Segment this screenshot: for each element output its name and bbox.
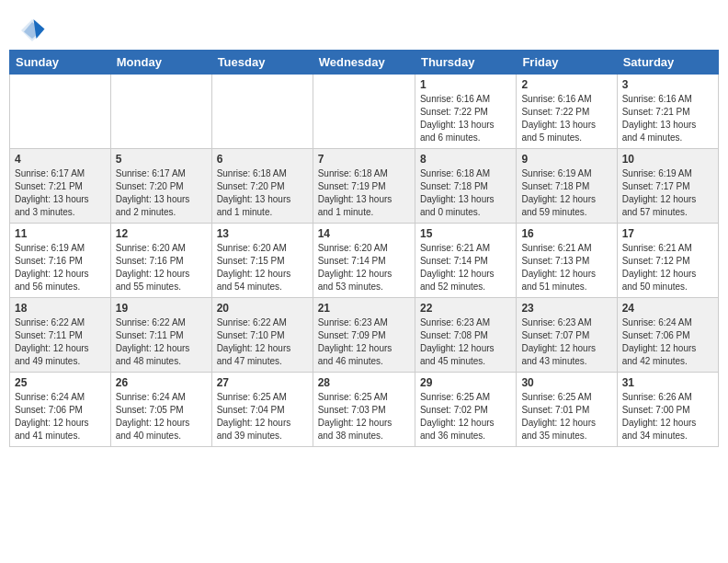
calendar-day-cell: 15Sunrise: 6:21 AMSunset: 7:14 PMDayligh… xyxy=(415,224,516,298)
day-number: 24 xyxy=(622,302,713,315)
calendar-week-row: 1Sunrise: 6:16 AMSunset: 7:22 PMDaylight… xyxy=(10,75,719,149)
day-info: Sunrise: 6:25 AMSunset: 7:01 PMDaylight:… xyxy=(521,391,611,442)
day-info: Sunrise: 6:19 AMSunset: 7:18 PMDaylight:… xyxy=(521,167,611,219)
page-header xyxy=(9,9,719,50)
day-info: Sunrise: 6:18 AMSunset: 7:20 PMDaylight:… xyxy=(217,167,308,219)
day-of-week-header: Thursday xyxy=(415,51,516,75)
day-info: Sunrise: 6:21 AMSunset: 7:14 PMDaylight:… xyxy=(420,242,511,293)
calendar-day-cell: 18Sunrise: 6:22 AMSunset: 7:11 PMDayligh… xyxy=(10,298,111,373)
day-of-week-header: Wednesday xyxy=(313,51,415,75)
day-of-week-header: Monday xyxy=(110,51,211,75)
calendar-day-cell: 17Sunrise: 6:21 AMSunset: 7:12 PMDayligh… xyxy=(617,224,718,298)
calendar-day-cell: 13Sunrise: 6:20 AMSunset: 7:15 PMDayligh… xyxy=(211,224,313,298)
day-info: Sunrise: 6:17 AMSunset: 7:20 PMDaylight:… xyxy=(116,167,207,219)
day-number: 27 xyxy=(217,376,308,389)
day-number: 23 xyxy=(521,302,611,315)
calendar-week-row: 18Sunrise: 6:22 AMSunset: 7:11 PMDayligh… xyxy=(10,298,719,373)
calendar-day-cell: 25Sunrise: 6:24 AMSunset: 7:06 PMDayligh… xyxy=(10,373,111,447)
day-info: Sunrise: 6:25 AMSunset: 7:03 PMDaylight:… xyxy=(318,391,410,442)
calendar-day-cell: 20Sunrise: 6:22 AMSunset: 7:10 PMDayligh… xyxy=(211,298,313,373)
day-info: Sunrise: 6:18 AMSunset: 7:18 PMDaylight:… xyxy=(420,167,511,219)
logo-icon xyxy=(18,17,46,44)
day-of-week-header: Sunday xyxy=(10,51,111,75)
day-number: 15 xyxy=(420,227,511,240)
calendar-day-cell: 27Sunrise: 6:25 AMSunset: 7:04 PMDayligh… xyxy=(211,373,313,447)
day-info: Sunrise: 6:21 AMSunset: 7:12 PMDaylight:… xyxy=(622,242,713,293)
calendar-day-cell: 28Sunrise: 6:25 AMSunset: 7:03 PMDayligh… xyxy=(313,373,415,447)
day-of-week-header: Friday xyxy=(517,51,617,75)
day-number: 20 xyxy=(217,302,308,315)
day-info: Sunrise: 6:25 AMSunset: 7:04 PMDaylight:… xyxy=(217,391,308,442)
calendar-day-cell: 29Sunrise: 6:25 AMSunset: 7:02 PMDayligh… xyxy=(415,373,516,447)
day-number: 26 xyxy=(116,376,207,389)
calendar-day-cell: 2Sunrise: 6:16 AMSunset: 7:22 PMDaylight… xyxy=(517,75,617,149)
day-of-week-header: Tuesday xyxy=(211,51,313,75)
day-number: 12 xyxy=(116,227,207,240)
calendar-day-cell: 11Sunrise: 6:19 AMSunset: 7:16 PMDayligh… xyxy=(10,224,111,298)
calendar-empty-cell xyxy=(110,75,211,149)
day-number: 3 xyxy=(622,78,713,91)
calendar-day-cell: 8Sunrise: 6:18 AMSunset: 7:18 PMDaylight… xyxy=(415,149,516,224)
day-info: Sunrise: 6:24 AMSunset: 7:05 PMDaylight:… xyxy=(116,391,207,442)
day-info: Sunrise: 6:16 AMSunset: 7:21 PMDaylight:… xyxy=(622,93,713,144)
day-number: 4 xyxy=(15,153,106,166)
day-number: 2 xyxy=(521,78,611,91)
day-info: Sunrise: 6:22 AMSunset: 7:10 PMDaylight:… xyxy=(217,316,308,368)
calendar-day-cell: 6Sunrise: 6:18 AMSunset: 7:20 PMDaylight… xyxy=(211,149,313,224)
day-number: 29 xyxy=(420,376,511,389)
calendar-day-cell: 7Sunrise: 6:18 AMSunset: 7:19 PMDaylight… xyxy=(313,149,415,224)
calendar-day-cell: 9Sunrise: 6:19 AMSunset: 7:18 PMDaylight… xyxy=(517,149,617,224)
calendar-day-cell: 19Sunrise: 6:22 AMSunset: 7:11 PMDayligh… xyxy=(110,298,211,373)
day-number: 7 xyxy=(318,153,410,166)
day-number: 30 xyxy=(521,376,611,389)
calendar-day-cell: 23Sunrise: 6:23 AMSunset: 7:07 PMDayligh… xyxy=(517,298,617,373)
day-info: Sunrise: 6:24 AMSunset: 7:06 PMDaylight:… xyxy=(622,316,713,368)
day-number: 9 xyxy=(521,153,611,166)
calendar-empty-cell xyxy=(211,75,313,149)
day-number: 31 xyxy=(622,376,713,389)
logo xyxy=(18,17,50,44)
day-number: 5 xyxy=(116,153,207,166)
day-number: 21 xyxy=(318,302,410,315)
calendar-empty-cell xyxy=(10,75,111,149)
day-info: Sunrise: 6:23 AMSunset: 7:07 PMDaylight:… xyxy=(521,316,611,368)
calendar-day-cell: 4Sunrise: 6:17 AMSunset: 7:21 PMDaylight… xyxy=(10,149,111,224)
day-number: 16 xyxy=(521,227,611,240)
day-number: 28 xyxy=(318,376,410,389)
calendar-day-cell: 16Sunrise: 6:21 AMSunset: 7:13 PMDayligh… xyxy=(517,224,617,298)
calendar-empty-cell xyxy=(313,75,415,149)
day-number: 6 xyxy=(217,153,308,166)
calendar-day-cell: 22Sunrise: 6:23 AMSunset: 7:08 PMDayligh… xyxy=(415,298,516,373)
calendar-day-cell: 24Sunrise: 6:24 AMSunset: 7:06 PMDayligh… xyxy=(617,298,718,373)
day-info: Sunrise: 6:20 AMSunset: 7:16 PMDaylight:… xyxy=(116,242,207,293)
day-info: Sunrise: 6:24 AMSunset: 7:06 PMDaylight:… xyxy=(15,391,106,442)
day-info: Sunrise: 6:19 AMSunset: 7:17 PMDaylight:… xyxy=(622,167,713,219)
day-info: Sunrise: 6:23 AMSunset: 7:09 PMDaylight:… xyxy=(318,316,410,368)
day-number: 13 xyxy=(217,227,308,240)
calendar-day-cell: 14Sunrise: 6:20 AMSunset: 7:14 PMDayligh… xyxy=(313,224,415,298)
day-info: Sunrise: 6:16 AMSunset: 7:22 PMDaylight:… xyxy=(420,93,511,144)
day-info: Sunrise: 6:22 AMSunset: 7:11 PMDaylight:… xyxy=(15,316,106,368)
day-number: 14 xyxy=(318,227,410,240)
day-number: 1 xyxy=(420,78,511,91)
calendar-day-cell: 21Sunrise: 6:23 AMSunset: 7:09 PMDayligh… xyxy=(313,298,415,373)
day-number: 25 xyxy=(15,376,106,389)
calendar-week-row: 11Sunrise: 6:19 AMSunset: 7:16 PMDayligh… xyxy=(10,224,719,298)
calendar-day-cell: 12Sunrise: 6:20 AMSunset: 7:16 PMDayligh… xyxy=(110,224,211,298)
day-number: 10 xyxy=(622,153,713,166)
calendar-day-cell: 5Sunrise: 6:17 AMSunset: 7:20 PMDaylight… xyxy=(110,149,211,224)
day-info: Sunrise: 6:16 AMSunset: 7:22 PMDaylight:… xyxy=(521,93,611,144)
day-info: Sunrise: 6:22 AMSunset: 7:11 PMDaylight:… xyxy=(116,316,207,368)
calendar-week-row: 4Sunrise: 6:17 AMSunset: 7:21 PMDaylight… xyxy=(10,149,719,224)
day-info: Sunrise: 6:20 AMSunset: 7:15 PMDaylight:… xyxy=(217,242,308,293)
calendar-day-cell: 3Sunrise: 6:16 AMSunset: 7:21 PMDaylight… xyxy=(617,75,718,149)
day-number: 8 xyxy=(420,153,511,166)
day-of-week-header: Saturday xyxy=(617,51,718,75)
calendar-week-row: 25Sunrise: 6:24 AMSunset: 7:06 PMDayligh… xyxy=(10,373,719,447)
day-number: 18 xyxy=(15,302,106,315)
calendar-day-cell: 10Sunrise: 6:19 AMSunset: 7:17 PMDayligh… xyxy=(617,149,718,224)
day-info: Sunrise: 6:25 AMSunset: 7:02 PMDaylight:… xyxy=(420,391,511,442)
day-number: 11 xyxy=(15,227,106,240)
calendar-header-row: SundayMondayTuesdayWednesdayThursdayFrid… xyxy=(10,51,719,75)
calendar-day-cell: 30Sunrise: 6:25 AMSunset: 7:01 PMDayligh… xyxy=(517,373,617,447)
